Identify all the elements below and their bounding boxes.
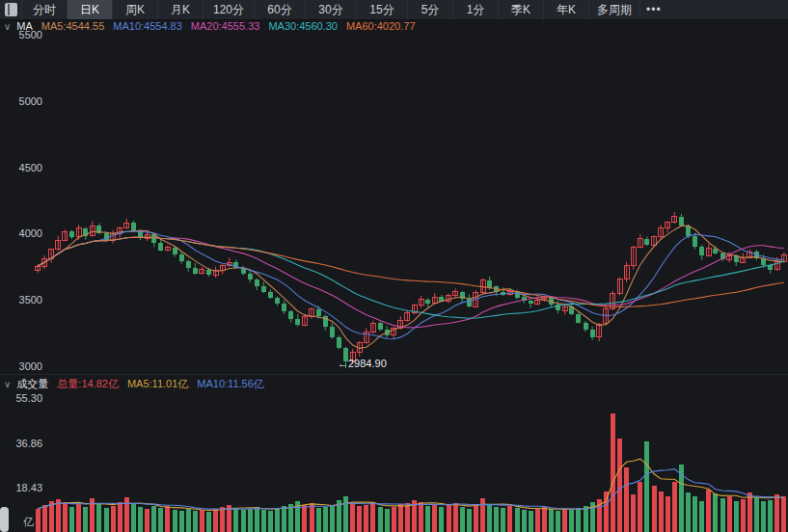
- ma-legend-item: MA10:4554.83: [113, 20, 182, 33]
- tab-月K[interactable]: 月K: [157, 0, 203, 19]
- tab-季K[interactable]: 季K: [498, 0, 543, 19]
- volume-legend-item: 总量:14.82亿: [57, 378, 119, 390]
- low-price-annotation: ←2984.90: [338, 358, 387, 369]
- tab-5分[interactable]: 5分: [407, 0, 452, 19]
- period-toolbar: 分时日K周K月K120分60分30分15分5分1分季K年K多周期•••: [0, 0, 788, 20]
- pane-separator: [0, 374, 788, 375]
- panel-toggle-button[interactable]: [0, 0, 21, 19]
- tab-周K[interactable]: 周K: [112, 0, 157, 19]
- scrollbar-thumb[interactable]: [0, 507, 9, 532]
- chevron-down-icon[interactable]: ∨: [4, 378, 11, 390]
- tab-多周期[interactable]: 多周期: [588, 0, 639, 19]
- price-axis-tick: 3500: [6, 294, 42, 306]
- tab-分时[interactable]: 分时: [21, 0, 67, 19]
- ma-legend-items: MA5:4544.55MA10:4554.83MA20:4555.33MA30:…: [41, 20, 416, 33]
- volume-legend: ∨ 成交量 总量:14.82亿MA5:11.01亿MA10:11.56亿: [4, 378, 264, 390]
- tab-1分[interactable]: 1分: [452, 0, 498, 19]
- price-axis-tick: 3000: [6, 360, 42, 372]
- period-tabs: 分时日K周K月K120分60分30分15分5分1分季K年K多周期•••: [21, 0, 667, 19]
- price-ma-legend: ∨ MA MA5:4544.55MA10:4554.83MA20:4555.33…: [4, 20, 416, 33]
- volume-axis-tick: 36.86: [6, 438, 42, 449]
- tab-60分[interactable]: 60分: [254, 0, 305, 19]
- price-axis-tick: 4000: [6, 227, 42, 239]
- tab-年K[interactable]: 年K: [543, 0, 588, 19]
- ma-legend-item: MA5:4544.55: [41, 20, 104, 33]
- kline-chart-app: 分时日K周K月K120分60分30分15分5分1分季K年K多周期••• ∨ MA…: [0, 0, 788, 532]
- volume-legend-item: MA5:11.01亿: [127, 378, 188, 390]
- candlestick-chart-canvas[interactable]: [0, 19, 788, 532]
- price-axis-tick: 4500: [6, 162, 42, 173]
- more-periods-button[interactable]: •••: [639, 0, 667, 19]
- volume-legend-item: MA10:11.56亿: [197, 378, 264, 390]
- tab-15分[interactable]: 15分: [356, 0, 407, 19]
- volume-axis-tick: 55.30: [6, 392, 42, 404]
- tab-120分[interactable]: 120分: [203, 0, 254, 19]
- volume-axis-tick: 18.43: [6, 482, 42, 493]
- tab-日K[interactable]: 日K: [67, 0, 112, 19]
- price-axis-tick: 5500: [6, 29, 42, 40]
- volume-legend-title: 成交量: [16, 378, 48, 390]
- ma-legend-item: MA20:4555.33: [191, 20, 260, 33]
- ma-legend-item: MA30:4560.30: [268, 20, 338, 33]
- tab-30分[interactable]: 30分: [305, 0, 356, 19]
- volume-legend-items: 总量:14.82亿MA5:11.01亿MA10:11.56亿: [57, 378, 264, 390]
- price-axis-tick: 5000: [6, 95, 42, 107]
- volume-unit-label: 亿: [23, 515, 34, 529]
- panel-toggle-icon: [5, 3, 17, 16]
- ma-legend-item: MA60:4020.77: [346, 20, 416, 33]
